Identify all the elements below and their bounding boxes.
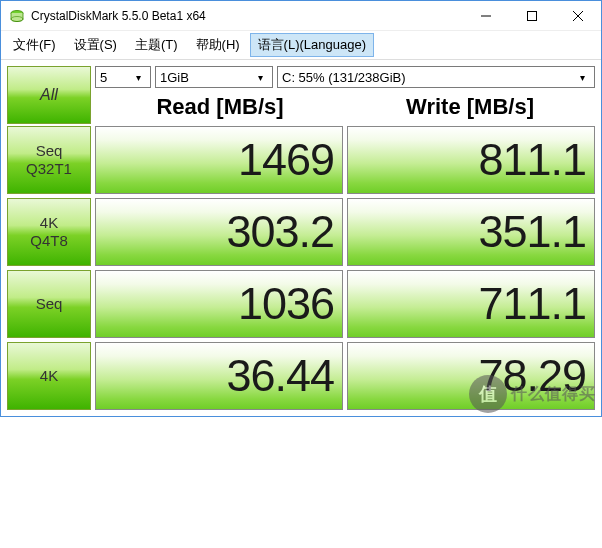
results-grid: Seq Q32T1 1469 811.1 4K Q4T8 303.2 351.1… [7, 126, 595, 410]
chevron-down-icon: ▾ [574, 72, 590, 83]
seq-q32t1-write-value: 811.1 [347, 126, 595, 194]
seq-button[interactable]: Seq [7, 270, 91, 338]
test-size-value: 1GiB [160, 70, 252, 85]
column-headers: Read [MB/s] Write [MB/s] [95, 92, 595, 124]
row-label-2: Q4T8 [30, 232, 68, 250]
4k-button[interactable]: 4K [7, 342, 91, 410]
chevron-down-icon: ▾ [130, 72, 146, 83]
drive-value: C: 55% (131/238GiB) [282, 70, 574, 85]
4k-read-value: 36.44 [95, 342, 343, 410]
seq-q32t1-button[interactable]: Seq Q32T1 [7, 126, 91, 194]
seq-write-value: 711.1 [347, 270, 595, 338]
4k-q4t8-button[interactable]: 4K Q4T8 [7, 198, 91, 266]
close-button[interactable] [555, 1, 601, 31]
test-count-select[interactable]: 5 ▾ [95, 66, 151, 88]
titlebar: CrystalDiskMark 5.5.0 Beta1 x64 [1, 1, 601, 31]
read-column-header: Read [MB/s] [95, 92, 345, 124]
top-controls-row: All 5 ▾ 1GiB ▾ C: 55% (131/238GiB) ▾ [7, 66, 595, 124]
content-area: All 5 ▾ 1GiB ▾ C: 55% (131/238GiB) ▾ [1, 60, 601, 416]
all-button[interactable]: All [7, 66, 91, 124]
row-seq: Seq 1036 711.1 [7, 270, 595, 338]
svg-rect-3 [528, 11, 537, 20]
4k-q4t8-read-value: 303.2 [95, 198, 343, 266]
menu-file[interactable]: 文件(F) [5, 33, 64, 57]
4k-write-value: 78.29 [347, 342, 595, 410]
menu-settings[interactable]: 设置(S) [66, 33, 125, 57]
menu-theme[interactable]: 主题(T) [127, 33, 186, 57]
test-size-select[interactable]: 1GiB ▾ [155, 66, 273, 88]
chevron-down-icon: ▾ [252, 72, 268, 83]
4k-q4t8-write-value: 351.1 [347, 198, 595, 266]
row-seq-q32t1: Seq Q32T1 1469 811.1 [7, 126, 595, 194]
app-icon [9, 8, 25, 24]
row-label-1: 4K [40, 367, 58, 385]
minimize-button[interactable] [463, 1, 509, 31]
write-column-header: Write [MB/s] [345, 92, 595, 124]
row-label-1: Seq [36, 295, 63, 313]
maximize-button[interactable] [509, 1, 555, 31]
window-controls [463, 1, 601, 31]
window-title: CrystalDiskMark 5.5.0 Beta1 x64 [31, 9, 463, 23]
row-label-1: Seq [36, 142, 63, 160]
app-window: CrystalDiskMark 5.5.0 Beta1 x64 文件(F) 设置… [0, 0, 602, 417]
drive-select[interactable]: C: 55% (131/238GiB) ▾ [277, 66, 595, 88]
menu-help[interactable]: 帮助(H) [188, 33, 248, 57]
seq-read-value: 1036 [95, 270, 343, 338]
seq-q32t1-read-value: 1469 [95, 126, 343, 194]
row-4k-q4t8: 4K Q4T8 303.2 351.1 [7, 198, 595, 266]
row-label-2: Q32T1 [26, 160, 72, 178]
menubar: 文件(F) 设置(S) 主题(T) 帮助(H) 语言(L)(Language) [1, 31, 601, 60]
row-4k: 4K 36.44 78.29 [7, 342, 595, 410]
row-label-1: 4K [40, 214, 58, 232]
menu-language[interactable]: 语言(L)(Language) [250, 33, 374, 57]
test-count-value: 5 [100, 70, 130, 85]
